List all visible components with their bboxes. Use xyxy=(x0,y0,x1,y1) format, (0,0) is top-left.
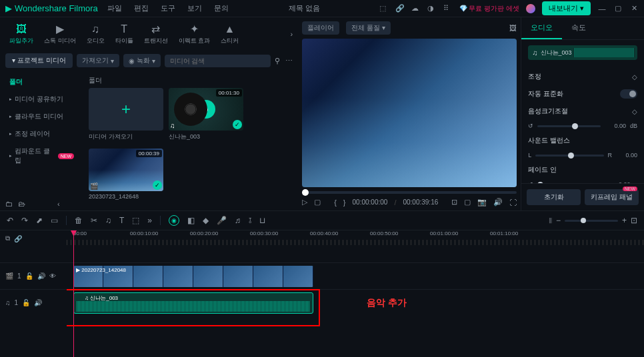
music-tool-icon[interactable]: ♫ xyxy=(105,216,111,225)
mark-in-icon[interactable]: { xyxy=(334,198,337,206)
menu-tools[interactable]: 도구 xyxy=(161,3,175,13)
export-button[interactable]: 내보내기 ▾ xyxy=(542,1,591,15)
zoom-fit-icon[interactable]: ⊡ xyxy=(631,216,637,225)
color-tool-icon[interactable]: ◉ xyxy=(169,215,179,226)
cut-icon[interactable]: ✂ xyxy=(91,216,97,225)
audio-track-header[interactable]: ♫1 🔓 🔊 xyxy=(0,289,67,316)
video-track[interactable]: ▶ 20220723_142048 xyxy=(67,262,644,289)
more-icon[interactable]: ⋯ xyxy=(285,57,293,65)
tab-transitions[interactable]: ⇄트랜지션 xyxy=(140,21,172,47)
import-media-tile[interactable]: + 미디어 가져오기 xyxy=(89,88,163,143)
search-input[interactable] xyxy=(165,55,271,67)
video-track-header[interactable]: 🎬1 🔓 🔊 👁 xyxy=(0,262,67,289)
marker-icon[interactable]: ◆ xyxy=(203,216,209,225)
maximize-button[interactable]: ▢ xyxy=(613,4,623,13)
folder-icon[interactable]: 🗁 xyxy=(18,200,25,208)
eye-icon[interactable]: 👁 xyxy=(49,272,56,280)
fullscreen-icon[interactable]: ⛶ xyxy=(509,198,517,206)
preview-video[interactable] xyxy=(302,39,517,187)
zoom-in-icon[interactable]: + xyxy=(622,216,627,225)
camera-icon[interactable]: 📷 xyxy=(477,198,487,206)
mute-icon[interactable]: 🔊 xyxy=(37,272,45,280)
cloud-icon[interactable]: ☁ xyxy=(411,4,421,13)
apps-icon[interactable]: ⠿ xyxy=(443,4,453,13)
volume-icon[interactable]: 🔊 xyxy=(493,198,503,206)
preview-slider[interactable] xyxy=(302,191,517,194)
snapshot-icon[interactable]: 🖼 xyxy=(509,24,517,32)
filter-icon[interactable]: ⚲ xyxy=(275,57,280,65)
audio-track[interactable]: ♫ 신나는_003 xyxy=(67,289,644,316)
select-icon[interactable]: ▭ xyxy=(51,216,58,225)
pointer-icon[interactable]: ⬈ xyxy=(36,216,43,225)
close-button[interactable]: ✕ xyxy=(629,4,639,13)
undo-icon[interactable]: ↶ xyxy=(7,216,13,225)
tab-effects[interactable]: ✦이펙트 효과 xyxy=(175,21,215,47)
import-button[interactable]: 가져오기 ▾ xyxy=(77,54,119,67)
quality-select[interactable]: 전체 품질 ▾ xyxy=(346,21,391,35)
link-icon[interactable]: 🔗 xyxy=(395,4,405,13)
ratio-icon[interactable]: ⊡ xyxy=(451,198,457,206)
tab-audio[interactable]: ♫오디오 xyxy=(83,22,109,47)
player-select[interactable]: 플레이어 xyxy=(302,21,339,35)
record-button[interactable]: ◉ 녹화 ▾ xyxy=(123,54,161,67)
mute-icon[interactable]: 🔊 xyxy=(34,299,42,306)
tab-titles[interactable]: T타이틀 xyxy=(111,22,137,47)
tab-import[interactable]: 🖼파일추가 xyxy=(5,22,37,47)
media-item-video[interactable]: 00:00:39 🎬 ✓ 20230723_142648 xyxy=(89,149,163,202)
auto-normalize-toggle[interactable] xyxy=(620,89,637,99)
mixer-icon[interactable]: ⫴ xyxy=(549,216,552,225)
lock-icon[interactable]: 🔓 xyxy=(25,272,33,280)
timeline-ruler[interactable]: 00:00 00:00:10:00 00:00:20:00 00:00:30:0… xyxy=(67,230,644,246)
zoom-out-icon[interactable]: − xyxy=(556,216,561,225)
video-clip[interactable]: ▶ 20220723_142048 xyxy=(73,266,313,287)
sidebar-item-compound[interactable]: ▸컴파운드 클립NEW xyxy=(0,143,83,169)
tab-stickers[interactable]: ▲스티커 xyxy=(217,22,243,47)
menu-edit[interactable]: 편집 xyxy=(134,3,149,13)
tab-speed-props[interactable]: 속도 xyxy=(562,17,595,39)
sidebar-item-adjust[interactable]: ▸조정 레이어 xyxy=(0,125,83,143)
lock-icon[interactable]: 🔓 xyxy=(22,299,30,306)
volume-slider[interactable] xyxy=(537,125,601,127)
beat-icon[interactable]: ♬ xyxy=(235,216,241,225)
redo-icon[interactable]: ↷ xyxy=(21,216,28,225)
play-button[interactable]: ▷ xyxy=(302,198,307,206)
link-icon[interactable]: 🔗 xyxy=(14,235,22,242)
mark-out-icon[interactable]: } xyxy=(343,198,346,206)
menu-view[interactable]: 보기 xyxy=(187,3,202,13)
avatar-icon[interactable] xyxy=(526,4,535,13)
settings-icon[interactable]: ◑ xyxy=(427,4,437,13)
menu-file[interactable]: 파일 xyxy=(107,3,122,13)
project-media-button[interactable]: ▾ 프로젝트 미디어 xyxy=(5,53,73,68)
menu-help[interactable]: 문의 xyxy=(214,3,229,13)
layer-icon[interactable]: ⧉ xyxy=(5,234,10,242)
media-item-audio[interactable]: ♪ 00:01:30 ♫ ✓ 신나는_003 xyxy=(169,88,243,143)
audio-clip[interactable]: ♫ 신나는_003 xyxy=(73,292,313,314)
display-icon[interactable]: ▢ xyxy=(464,198,471,206)
speed-icon[interactable]: » xyxy=(147,216,152,225)
keyframe-panel-button[interactable]: 키프레임 패널NEW xyxy=(585,189,639,205)
keyframe-diamond-icon[interactable]: ◇ xyxy=(632,73,637,81)
minimize-button[interactable]: — xyxy=(597,5,607,13)
text-tool-icon[interactable]: T xyxy=(119,216,124,225)
crop-icon[interactable]: ⬚ xyxy=(132,216,139,225)
align-icon[interactable]: ⫱ xyxy=(249,216,251,225)
balance-slider[interactable] xyxy=(535,155,603,157)
playhead[interactable] xyxy=(73,230,74,357)
mic-icon[interactable]: 🎤 xyxy=(217,216,227,225)
zoom-slider[interactable] xyxy=(565,220,618,222)
tab-stock[interactable]: ▶스톡 미디어 xyxy=(40,21,80,47)
magnet-icon[interactable]: ⊔ xyxy=(259,216,265,225)
reset-button[interactable]: 초기화 xyxy=(527,189,581,205)
reset-icon[interactable]: ↺ xyxy=(528,123,533,129)
keyframe-diamond-icon[interactable]: ◇ xyxy=(632,108,637,115)
delete-icon[interactable]: 🗑 xyxy=(75,216,83,225)
tabs-more-icon[interactable]: › xyxy=(291,30,293,38)
sidebar-item-cloud[interactable]: ▸클라우드 미디어 xyxy=(0,108,83,125)
collapse-icon[interactable]: ‹ xyxy=(57,200,60,208)
folder-add-icon[interactable]: 🗀 xyxy=(5,200,13,208)
device-icon[interactable]: ⬚ xyxy=(379,4,389,13)
tab-audio-props[interactable]: 오디오 xyxy=(521,17,562,39)
stop-button[interactable]: ▢ xyxy=(314,198,321,206)
timeline-tracks[interactable]: 00:00 00:00:10:00 00:00:20:00 00:00:30:0… xyxy=(67,230,644,357)
caption-icon[interactable]: ◧ xyxy=(187,216,195,225)
